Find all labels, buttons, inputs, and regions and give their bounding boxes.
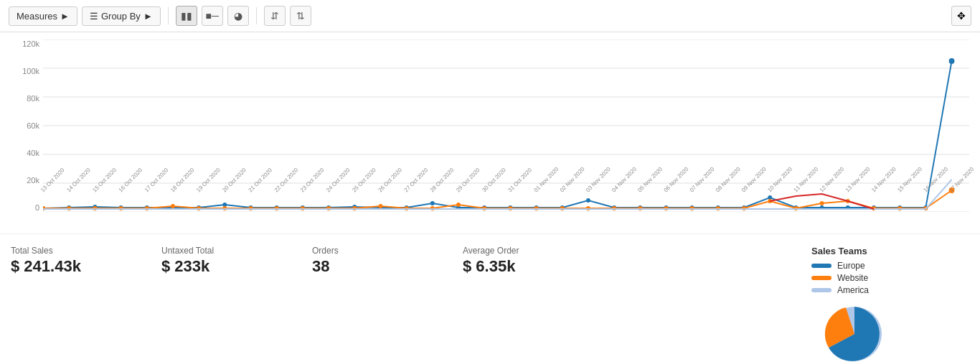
- bar-chart-button[interactable]: ▮▮: [176, 6, 197, 26]
- sort-asc-icon: ⇵: [270, 10, 279, 22]
- bar-chart-icon: ▮▮: [181, 10, 192, 22]
- y-label-0: 0: [35, 203, 39, 212]
- orders-value: 38: [312, 257, 444, 276]
- untaxed-total-label: Untaxed Total: [161, 246, 293, 256]
- untaxed-total-block: Untaxed Total $ 233k: [161, 243, 305, 362]
- sort-desc-icon: ⇅: [296, 10, 305, 22]
- x-axis-svg: 13 Oct 2020 14 Oct 2020 15 Oct 2020 16 O…: [43, 187, 969, 233]
- website-label: Website: [837, 273, 868, 283]
- y-label-120k: 120k: [22, 40, 39, 48]
- y-axis: 120k 100k 80k 60k 40k 20k 0: [11, 40, 43, 212]
- y-label-80k: 80k: [27, 94, 39, 103]
- expand-button[interactable]: ✥: [951, 6, 971, 26]
- america-color-swatch: [811, 288, 831, 292]
- website-swatch: [811, 276, 831, 280]
- total-sales-value: $ 241.43k: [11, 257, 143, 276]
- total-sales-label: Total Sales: [11, 246, 143, 256]
- hamburger-icon: ☰: [90, 11, 98, 22]
- america-label: America: [837, 285, 869, 295]
- average-order-block: Average Order $ 6.35k: [463, 243, 606, 362]
- group-by-label: Group By: [101, 11, 141, 22]
- average-order-label: Average Order: [463, 246, 595, 256]
- y-label-40k: 40k: [27, 149, 39, 157]
- total-sales-block: Total Sales $ 241.43k: [11, 243, 154, 362]
- legend-item-website: Website: [811, 273, 969, 283]
- line-chart-button[interactable]: ■─: [202, 6, 223, 26]
- legend-area: Sales Teams Europe Website America: [811, 243, 969, 362]
- europe-label: Europe: [837, 261, 865, 271]
- pie-chart-svg: [811, 298, 897, 362]
- legend-item-america: America: [811, 285, 969, 295]
- legend-items: Europe Website America: [811, 261, 969, 295]
- separator-1: [168, 7, 169, 24]
- sort-desc-button[interactable]: ⇅: [290, 6, 311, 26]
- europe-color-swatch: [811, 264, 831, 268]
- sort-asc-button[interactable]: ⇵: [264, 6, 286, 26]
- chart-container: 120k 100k 80k 60k 40k 20k 0 13 Oct 2020 …: [11, 40, 969, 233]
- pie-chart-icon: ◕: [234, 10, 242, 22]
- toolbar: Measures ► ☰ Group By ► ▮▮ ■─ ◕ ⇵ ⇅ ✥: [0, 0, 980, 32]
- group-by-button[interactable]: ☰ Group By ►: [82, 6, 161, 26]
- legend-item-europe: Europe: [811, 261, 969, 271]
- untaxed-total-value: $ 233k: [161, 257, 293, 276]
- website-color-swatch: [885, 264, 905, 268]
- y-label-60k: 60k: [27, 121, 39, 130]
- stats-row-1: Total Sales $ 241.43k Untaxed Total $ 23…: [0, 233, 980, 362]
- expand-icon: ✥: [957, 10, 966, 22]
- chart-area: 120k 100k 80k 60k 40k 20k 0 13 Oct 2020 …: [0, 32, 980, 233]
- y-label-100k: 100k: [22, 67, 39, 75]
- group-by-chevron-icon: ►: [143, 11, 153, 22]
- orders-block: Orders 38: [312, 243, 456, 362]
- orders-label: Orders: [312, 246, 444, 256]
- line-chart-svg: [43, 40, 969, 212]
- average-order-value: $ 6.35k: [463, 257, 595, 276]
- separator-2: [256, 7, 257, 24]
- measures-chevron-icon: ►: [60, 11, 70, 22]
- y-label-20k: 20k: [27, 176, 39, 185]
- pie-chart-button[interactable]: ◕: [227, 6, 249, 26]
- line-chart-icon: ■─: [206, 10, 219, 22]
- measures-button[interactable]: Measures ►: [9, 6, 77, 26]
- legend-title: Sales Teams: [811, 246, 969, 256]
- svg-point-42: [949, 58, 955, 64]
- measures-label: Measures: [17, 11, 57, 22]
